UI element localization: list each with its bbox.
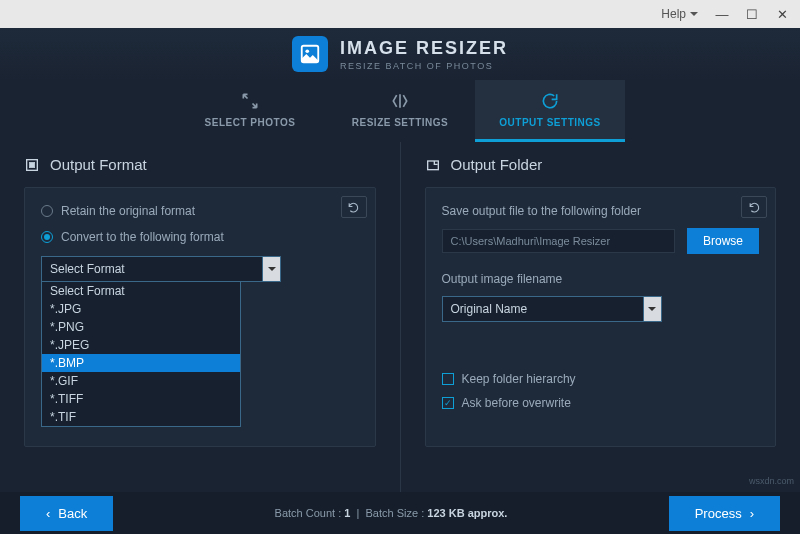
output-folder-panel: Output Folder Save output file to the fo…	[401, 142, 801, 492]
checkbox-icon	[442, 373, 454, 385]
folder-icon	[425, 157, 441, 173]
format-option[interactable]: *.TIFF	[42, 390, 240, 408]
format-icon	[24, 157, 40, 173]
format-option[interactable]: *.TIF	[42, 408, 240, 426]
app-header: IMAGE RESIZER RESIZE BATCH OF PHOTOS	[0, 28, 800, 80]
svg-point-1	[305, 49, 309, 53]
browse-button[interactable]: Browse	[687, 228, 759, 254]
process-label: Process	[695, 506, 742, 521]
radio-icon	[41, 231, 53, 243]
reset-format-button[interactable]	[341, 196, 367, 218]
app-title: IMAGE RESIZER	[340, 38, 508, 59]
process-button[interactable]: Process ›	[669, 496, 780, 531]
undo-icon	[347, 201, 360, 214]
format-option[interactable]: *.PNG	[42, 318, 240, 336]
filename-select-input[interactable]: Original Name	[442, 296, 644, 322]
watermark: wsxdn.com	[749, 476, 794, 486]
format-option[interactable]: *.JPEG	[42, 336, 240, 354]
section-title: Output Folder	[451, 156, 543, 173]
checkbox-ask-overwrite[interactable]: Ask before overwrite	[442, 396, 760, 410]
svg-rect-5	[427, 161, 438, 170]
undo-icon	[748, 201, 761, 214]
format-option[interactable]: Select Format	[42, 282, 240, 300]
tab-resize-settings[interactable]: RESIZE SETTINGS	[325, 80, 475, 142]
format-option[interactable]: *.GIF	[42, 372, 240, 390]
minimize-button[interactable]: —	[708, 4, 736, 24]
tab-select-photos[interactable]: SELECT PHOTOS	[175, 80, 325, 142]
section-title: Output Format	[50, 156, 147, 173]
format-option[interactable]: *.JPG	[42, 300, 240, 318]
back-button[interactable]: ‹ Back	[20, 496, 113, 531]
step-tabs: SELECT PHOTOS RESIZE SETTINGS OUTPUT SET…	[0, 80, 800, 142]
titlebar: Help — ☐ ✕	[0, 0, 800, 28]
output-path-input[interactable]: C:\Users\Madhuri\Image Resizer	[442, 229, 675, 253]
app-subtitle: RESIZE BATCH OF PHOTOS	[340, 61, 508, 71]
checkbox-icon	[442, 397, 454, 409]
reset-folder-button[interactable]	[741, 196, 767, 218]
checkbox-label: Keep folder hierarchy	[462, 372, 576, 386]
checkbox-keep-hierarchy[interactable]: Keep folder hierarchy	[442, 372, 760, 386]
tab-label: RESIZE SETTINGS	[352, 117, 448, 128]
close-button[interactable]: ✕	[768, 4, 796, 24]
radio-label: Convert to the following format	[61, 230, 224, 244]
tab-label: SELECT PHOTOS	[205, 117, 296, 128]
save-folder-label: Save output file to the following folder	[442, 204, 760, 218]
tab-label: OUTPUT SETTINGS	[499, 117, 600, 128]
checkbox-label: Ask before overwrite	[462, 396, 571, 410]
filename-select-dropdown-button[interactable]	[644, 296, 662, 322]
radio-label: Retain the original format	[61, 204, 195, 218]
refresh-icon	[540, 91, 560, 111]
expand-icon	[240, 91, 260, 111]
resize-icon	[390, 91, 410, 111]
radio-icon	[41, 205, 53, 217]
radio-convert-format[interactable]: Convert to the following format	[41, 230, 359, 244]
radio-retain-format[interactable]: Retain the original format	[41, 204, 359, 218]
batch-status: Batch Count : 1 | Batch Size : 123 KB ap…	[113, 507, 668, 519]
output-format-panel: Output Format Retain the original format…	[0, 142, 401, 492]
tab-output-settings[interactable]: OUTPUT SETTINGS	[475, 80, 625, 142]
chevron-left-icon: ‹	[46, 506, 50, 521]
chevron-right-icon: ›	[750, 506, 754, 521]
app-logo-icon	[292, 36, 328, 72]
maximize-button[interactable]: ☐	[738, 4, 766, 24]
format-dropdown-list: Select Format*.JPG*.PNG*.JPEG*.BMP*.GIF*…	[41, 282, 241, 427]
filename-label: Output image filename	[442, 272, 760, 286]
svg-rect-4	[29, 162, 34, 167]
footer-bar: ‹ Back Batch Count : 1 | Batch Size : 12…	[0, 492, 800, 534]
format-option[interactable]: *.BMP	[42, 354, 240, 372]
format-select-input[interactable]: Select Format	[41, 256, 263, 282]
help-menu[interactable]: Help	[653, 7, 706, 21]
back-label: Back	[58, 506, 87, 521]
format-select-dropdown-button[interactable]	[263, 256, 281, 282]
